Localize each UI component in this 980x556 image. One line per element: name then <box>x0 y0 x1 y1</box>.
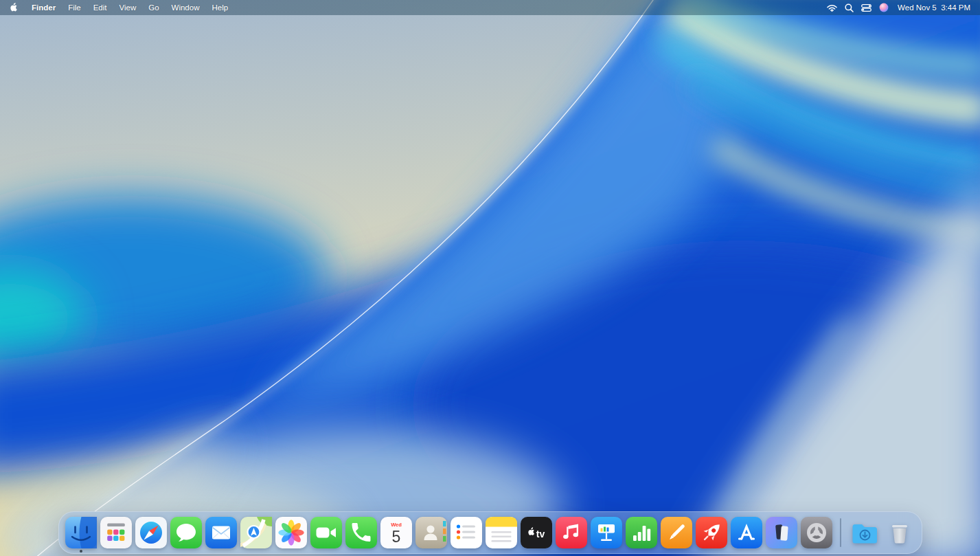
dock-item-launchpad[interactable] <box>100 517 132 548</box>
reminders-icon <box>451 517 482 548</box>
running-indicator <box>80 550 82 553</box>
safari-icon <box>135 517 167 548</box>
dock-item-music[interactable] <box>556 517 587 548</box>
trash-icon <box>884 517 915 548</box>
desktop-wallpaper <box>0 0 980 556</box>
status-siri-button[interactable] <box>875 0 892 15</box>
dock-item-contacts[interactable] <box>415 517 447 548</box>
rocket-icon <box>696 517 727 548</box>
dock: Wed5tv <box>58 511 922 554</box>
mail-icon <box>205 517 237 548</box>
dock-item-rocket[interactable] <box>696 517 727 548</box>
appstore-icon <box>731 517 762 548</box>
dock-item-appstore[interactable] <box>731 517 762 548</box>
music-icon <box>556 517 587 548</box>
dock-item-phone[interactable] <box>345 517 377 548</box>
maps-icon <box>240 517 272 548</box>
dock-item-settings[interactable] <box>801 517 832 548</box>
menu-item-edit[interactable]: Edit <box>87 0 113 15</box>
apple-menu[interactable] <box>7 0 25 15</box>
search-icon <box>845 3 854 12</box>
launchpad-icon <box>100 517 132 548</box>
notes-icon <box>486 517 517 548</box>
contacts-icon <box>415 517 447 548</box>
dock-item-calendar[interactable]: Wed5 <box>380 517 412 548</box>
menu-item-finder[interactable]: Finder <box>25 0 62 15</box>
facetime-icon <box>310 517 342 548</box>
apple-logo-icon <box>10 1 18 14</box>
dock-item-messages[interactable] <box>170 517 202 548</box>
settings-icon <box>801 517 832 548</box>
status-search-button[interactable] <box>841 0 858 15</box>
dock-item-safari[interactable] <box>135 517 167 548</box>
menu-item-view[interactable]: View <box>113 0 143 15</box>
dock-item-facetime[interactable] <box>310 517 342 548</box>
dock-item-keynote[interactable] <box>591 517 622 548</box>
photos-icon <box>275 517 307 548</box>
tv-icon: tv <box>521 517 552 548</box>
menu-item-go[interactable]: Go <box>142 0 165 15</box>
dock-item-photos[interactable] <box>275 517 307 548</box>
keynote-icon <box>591 517 622 548</box>
dock-item-trash[interactable] <box>884 517 915 548</box>
menu-item-help[interactable]: Help <box>205 0 234 15</box>
finder-icon <box>65 517 97 548</box>
control-center-icon <box>861 4 871 12</box>
dock-item-pages[interactable] <box>661 517 692 548</box>
dock-item-iphone-mirroring[interactable] <box>766 517 797 548</box>
desktop: FinderFileEditViewGoWindowHelp Wed Nov 5… <box>0 0 980 556</box>
svg-text:Wed: Wed <box>391 522 402 528</box>
dock-item-numbers[interactable] <box>626 517 657 548</box>
siri-icon <box>879 3 889 12</box>
numbers-icon <box>626 517 657 548</box>
dock-item-notes[interactable] <box>486 517 517 548</box>
phone-icon <box>345 517 377 548</box>
downloads-icon <box>849 517 880 548</box>
menu-bar-clock[interactable]: Wed Nov 5 3:44 PM <box>892 0 973 15</box>
messages-icon <box>170 517 202 548</box>
dock-item-mail[interactable] <box>205 517 237 548</box>
iphone-mirroring-icon <box>766 517 797 548</box>
svg-text:5: 5 <box>391 528 400 546</box>
status-wifi-button[interactable] <box>823 0 841 15</box>
menu-item-file[interactable]: File <box>62 0 87 15</box>
calendar-icon: Wed5 <box>380 517 412 548</box>
wifi-icon <box>827 4 837 12</box>
dock-item-finder[interactable] <box>65 517 97 548</box>
dock-item-tv[interactable]: tv <box>521 517 552 548</box>
status-control-center-button[interactable] <box>858 0 875 15</box>
pages-icon <box>661 517 692 548</box>
svg-text:tv: tv <box>536 529 545 540</box>
dock-item-maps[interactable] <box>240 517 272 548</box>
dock-divider <box>840 518 841 547</box>
dock-item-reminders[interactable] <box>451 517 482 548</box>
dock-item-downloads[interactable] <box>849 517 880 548</box>
menu-item-window[interactable]: Window <box>166 0 206 15</box>
menu-bar: FinderFileEditViewGoWindowHelp Wed Nov 5… <box>0 0 980 15</box>
